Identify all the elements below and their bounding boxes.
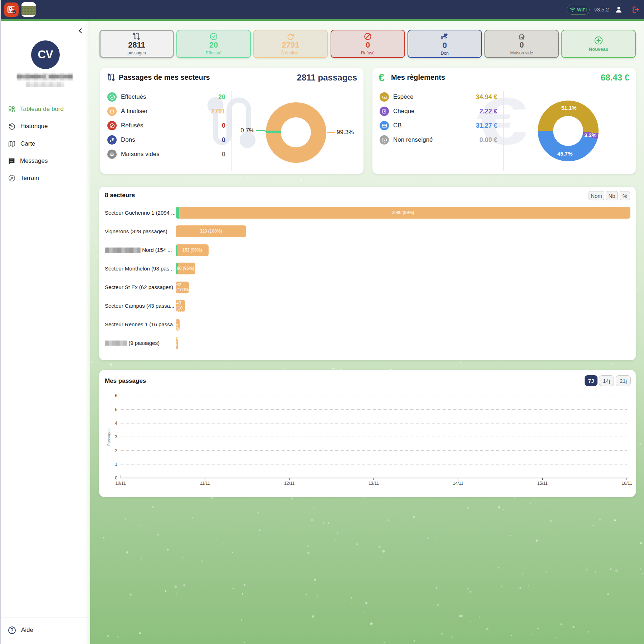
svg-text:2: 2: [115, 448, 117, 453]
svg-text:11/11: 11/11: [200, 481, 210, 486]
svg-text:0: 0: [115, 475, 117, 480]
svg-text:12/11: 12/11: [284, 481, 294, 486]
svg-text:Passages: Passages: [107, 428, 111, 446]
svg-text:3: 3: [115, 434, 117, 439]
svg-text:4: 4: [115, 421, 117, 426]
svg-text:15/11: 15/11: [537, 481, 548, 486]
svg-text:6: 6: [115, 393, 117, 398]
svg-text:13/11: 13/11: [369, 481, 379, 486]
svg-text:5: 5: [115, 407, 117, 412]
svg-text:10/11: 10/11: [115, 481, 126, 486]
svg-text:16/11: 16/11: [621, 481, 632, 486]
svg-text:14/11: 14/11: [453, 481, 463, 486]
svg-text:1: 1: [115, 462, 117, 467]
